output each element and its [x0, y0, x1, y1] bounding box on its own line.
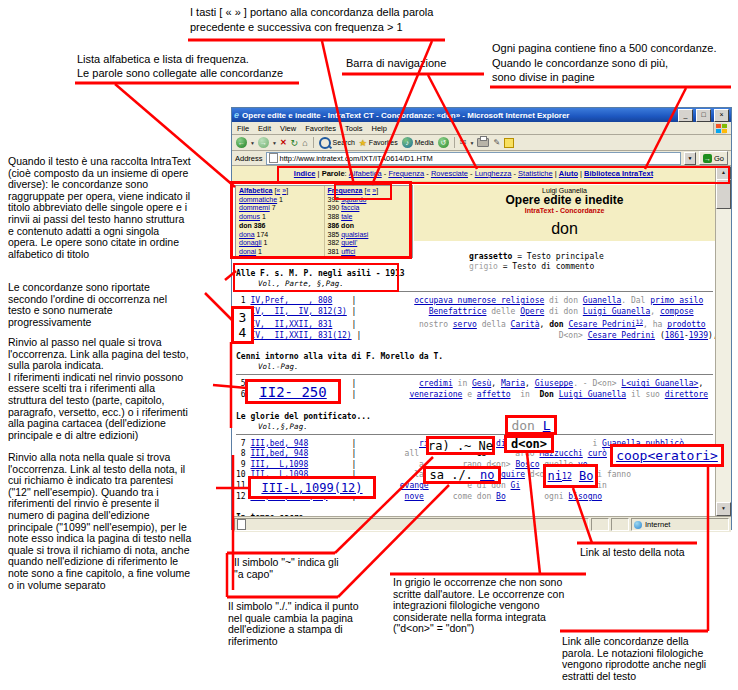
maximize-button[interactable]: □	[696, 109, 711, 122]
tutorial-page: I tasti [ « » ] portano alla concordanza…	[0, 0, 738, 690]
text-link[interactable]: Benefattrice	[429, 307, 487, 316]
text-link[interactable]: Maria	[501, 379, 525, 388]
text-link[interactable]: direttore	[665, 390, 708, 399]
text-link[interactable]: 12	[636, 318, 643, 325]
text-link[interactable]: Opere	[520, 307, 544, 316]
text-link[interactable]: Cesare Pedrini	[568, 320, 635, 329]
text-run: ,	[650, 307, 660, 316]
text-link[interactable]: Bo	[496, 492, 506, 501]
section-divider	[236, 374, 713, 375]
favorites-button[interactable]: ★Favorites	[358, 138, 399, 148]
toolbar: ← ▼ → ▼ ✕ ↻ ⌂ Search ★Favorites ♪Media ↺…	[232, 135, 731, 151]
text-link[interactable]: credimi	[419, 379, 453, 388]
title-bar[interactable]: e Opere edite e inedite - IntraText CT -…	[232, 108, 731, 122]
menu-help[interactable]: Help	[372, 124, 387, 133]
annotation-prev-next-keys: I tasti [ « » ] portano alla concordanza…	[190, 5, 480, 35]
text-link[interactable]: affetto	[477, 390, 511, 399]
text-run: di don	[544, 296, 583, 305]
row-separator: |	[347, 307, 429, 316]
text-link[interactable]: 1939	[689, 331, 708, 340]
close-button[interactable]: ×	[714, 109, 729, 122]
text-link[interactable]: primo asilo	[650, 296, 703, 305]
search-button[interactable]: Search	[318, 137, 356, 149]
text-link[interactable]: prodotto	[667, 320, 706, 329]
annotation-grey-occurrences: In grigio le occorrenze che non sono scr…	[393, 577, 603, 635]
stop-button[interactable]: ✕	[279, 138, 288, 147]
text-run: ,	[525, 379, 535, 388]
ref-link[interactable]: III,bed, 948	[250, 449, 308, 458]
discuss-button[interactable]	[503, 138, 515, 148]
menu-view[interactable]: View	[280, 124, 296, 133]
text-link[interactable]: L<uigi Guanella>	[621, 379, 698, 388]
forward-dropdown-icon[interactable]: ▼	[272, 140, 277, 146]
text-link[interactable]: servo	[453, 320, 477, 329]
text-run: e	[462, 390, 476, 399]
annotation-collection: Quando il testo è una raccolta IntraText…	[8, 156, 238, 260]
callout-don-grey: don L	[505, 415, 557, 435]
ref-link[interactable]: IV, II, IV, 812(3)	[250, 307, 346, 316]
menu-tools[interactable]: Tools	[345, 124, 363, 133]
concordance-row: 1 IV,Pref, , 808 | occupava numerose rel…	[236, 296, 713, 307]
text-link[interactable]: Bosco	[515, 460, 539, 469]
home-button[interactable]: ⌂	[301, 138, 308, 148]
text-link[interactable]: curò	[588, 449, 607, 458]
forward-button[interactable]: →	[257, 137, 270, 148]
edit-button[interactable]: ✎	[492, 138, 501, 147]
print-button[interactable]	[476, 138, 490, 147]
text-link[interactable]: occupava numerose religiose	[414, 296, 544, 305]
back-button[interactable]: ←	[235, 137, 248, 148]
mail-button[interactable]: ✉	[459, 138, 468, 147]
ref-link[interactable]: IV,Pref, , 808	[250, 296, 332, 305]
text-link[interactable]: 1861	[665, 331, 684, 340]
text-link[interactable]: Luigi Guanella	[559, 390, 626, 399]
text-link[interactable]: Gesù	[472, 379, 491, 388]
address-dropdown-icon[interactable]: ▼	[684, 152, 696, 165]
ref-link[interactable]: IV, II,XXII, 831(12)	[250, 331, 351, 340]
ref-link[interactable]: IV, II,XXII, 831	[250, 320, 332, 329]
menu-edit[interactable]: Edit	[258, 124, 271, 133]
text-link[interactable]: bisogno	[568, 492, 602, 501]
text-link[interactable]: Cesare Pedrini	[588, 331, 655, 340]
media-button[interactable]: ♪Media	[401, 137, 435, 148]
stop-icon: ✕	[280, 138, 287, 147]
go-button[interactable]: → Go	[699, 151, 728, 165]
text-link[interactable]: venerazione	[409, 390, 462, 399]
highlight-nav-bar	[277, 166, 730, 184]
text-link[interactable]: nove	[405, 492, 424, 501]
menu-favorites[interactable]: Favorites	[305, 124, 336, 133]
section-ref-format: Vol.-Pag.	[236, 362, 713, 371]
text-link[interactable]: Giuseppe	[535, 379, 574, 388]
scroll-down-icon[interactable]: ▼	[716, 502, 731, 516]
text-run: ),	[708, 331, 715, 340]
callout-number: 3	[239, 310, 247, 325]
ie-icon: e	[234, 111, 239, 120]
annotation-pages: Ogni pagina contiene fino a 500 concorda…	[492, 41, 738, 85]
minimize-button[interactable]: _	[678, 109, 693, 122]
address-input[interactable]: http://www.intratext.com/IXT/ITA0614/D1.…	[266, 152, 681, 165]
text-link[interactable]: Guanella	[583, 296, 622, 305]
ref-link[interactable]: III, L,1098	[250, 460, 308, 469]
print-icon	[477, 138, 489, 147]
section-title: Cenni intorno alla vita di F. Morello da…	[236, 352, 713, 362]
media-icon: ♪	[402, 137, 413, 148]
windows-logo-icon	[713, 123, 726, 134]
text-link[interactable]: Gi	[511, 481, 521, 490]
back-dropdown-icon[interactable]: ▼	[250, 140, 255, 146]
callout-cooperatori: coop<eratori>	[610, 444, 724, 467]
status-cell	[611, 518, 629, 531]
back-icon: ←	[236, 137, 247, 148]
text-run: , ha	[643, 320, 667, 329]
menu-file[interactable]: File	[237, 124, 249, 133]
annotation-concordance-link: Link alle concordanze della parola. Le n…	[562, 636, 727, 682]
callout-row-numbers: 3 4	[231, 306, 254, 344]
text-link[interactable]: Carità	[511, 320, 540, 329]
history-button[interactable]: ↺	[437, 137, 450, 148]
concordance-row: 4 IV, II,XXII, 831(12) | D<on> Cesare Pe…	[236, 331, 713, 342]
text-link[interactable]: compose	[660, 307, 694, 316]
text-link[interactable]: Luigi Guanella	[583, 307, 650, 316]
ref-link[interactable]: III,bed, 948	[250, 439, 308, 448]
row-separator: |	[332, 320, 419, 329]
callout-don-integrated: d<on>	[504, 435, 554, 453]
mail-dropdown-icon[interactable]: ▼	[469, 140, 474, 146]
refresh-button[interactable]: ↻	[290, 138, 300, 148]
